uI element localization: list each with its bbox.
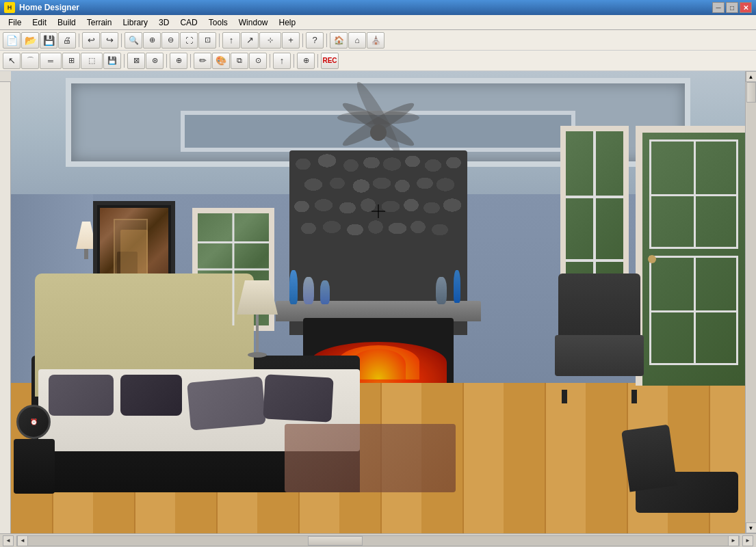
print-button[interactable]: 🖨 (58, 32, 76, 49)
lamp-shade (237, 280, 278, 315)
chair-seat (555, 335, 644, 376)
tool3-icon: ⊙ (255, 56, 261, 65)
fireplace-surround (289, 150, 467, 383)
zoom-button[interactable]: 🔍 (125, 32, 142, 49)
texture-icon: ⧉ (237, 56, 242, 65)
menu-build[interactable]: Build (52, 16, 81, 29)
move-up-button[interactable]: ↑ (273, 53, 291, 69)
redo-button[interactable]: ↪ (101, 32, 118, 49)
delete-button[interactable]: ⊠ (127, 53, 145, 69)
paint-button[interactable]: 🎨 (212, 53, 230, 69)
pencil-button[interactable]: ✏ (194, 53, 211, 69)
arrow-button[interactable]: ↑ (222, 32, 240, 49)
nightstand-left (14, 439, 55, 494)
scroll-thumb-horizontal[interactable] (308, 536, 363, 546)
floor-rug (285, 424, 456, 492)
fit2-button[interactable]: ⊡ (198, 32, 216, 49)
save2-button[interactable]: 💾 (103, 53, 121, 69)
pillow1 (49, 375, 114, 416)
scroll-left-corner[interactable]: ◄ (3, 535, 14, 546)
help-button[interactable]: ? (306, 32, 324, 49)
separator7 (166, 54, 167, 68)
scroll-up-arrow[interactable]: ▲ (746, 71, 757, 82)
toolbar2: ↖ ⌒ ═ ⊞ ⬚ 💾 ⊠ ⊛ ⊕ ✏ 🎨 ⧉ ⊙ ↑ ⊕ (0, 51, 756, 71)
fit-button[interactable]: ⛶ (180, 32, 198, 49)
curve-icon: ⌒ (27, 55, 34, 66)
menu-file[interactable]: File (3, 16, 27, 29)
vase4 (454, 270, 460, 303)
menu-terrain[interactable]: Terrain (81, 16, 118, 29)
scroll-right-corner[interactable]: ► (742, 535, 753, 546)
tool2-button[interactable]: ↗ (241, 32, 259, 49)
add-button[interactable]: + (282, 32, 300, 49)
app-title: Home Designer (19, 3, 712, 12)
scroll-right-arrow[interactable]: ► (728, 535, 739, 546)
separator4 (302, 34, 303, 47)
separator9 (270, 54, 270, 68)
building-button[interactable]: ⛪ (367, 32, 384, 49)
undo-button[interactable]: ↩ (82, 32, 100, 49)
maximize-button[interactable]: □ (726, 2, 738, 13)
object-button[interactable]: ⬚ (81, 53, 103, 69)
open-icon: 📂 (25, 36, 36, 45)
menu-cad[interactable]: CAD (174, 16, 203, 29)
zoom-in-button[interactable]: ⊕ (143, 32, 161, 49)
zoom-out-button[interactable]: ⊖ (161, 32, 179, 49)
menu-window[interactable]: Window (233, 16, 274, 29)
measure-icon: ⊹ (268, 36, 273, 44)
menu-library[interactable]: Library (117, 16, 153, 29)
separator10 (294, 54, 294, 68)
rec-button[interactable]: REC (321, 53, 339, 69)
house2-button[interactable]: ⌂ (348, 32, 366, 49)
minimize-button[interactable]: ─ (712, 2, 725, 13)
separator6 (124, 54, 125, 68)
menu-tools[interactable]: Tools (203, 16, 233, 29)
arrow-right-icon: ↗ (246, 35, 254, 45)
print-icon: 🖨 (63, 36, 71, 45)
separator2 (121, 34, 122, 47)
new-button[interactable]: 📄 (3, 32, 21, 49)
scroll-left-arrow[interactable]: ◄ (17, 535, 28, 546)
open-button[interactable]: 📂 (21, 32, 39, 49)
close-button[interactable]: ✕ (740, 2, 752, 13)
viewport[interactable]: ⏰ (11, 71, 745, 533)
pillow2 (120, 375, 182, 416)
select-arrow-button[interactable]: ↖ (3, 53, 21, 69)
grid-button[interactable]: ⊛ (146, 53, 164, 69)
select-arrow-icon: ↖ (8, 55, 16, 66)
save2-icon: 💾 (107, 56, 117, 65)
rotate-button[interactable]: ⊕ (297, 53, 315, 69)
menu-help[interactable]: Help (273, 16, 301, 29)
redo-icon: ↪ (106, 35, 114, 45)
zoom-out-icon: ⊖ (168, 36, 174, 44)
menu-bar: File Edit Build Terrain Library 3D CAD T… (0, 15, 756, 30)
new-icon: 📄 (6, 36, 18, 45)
vase1 (289, 270, 298, 304)
status-bar: ◄ ◄ ► ► (0, 533, 756, 547)
wall-icon: ═ (48, 57, 53, 65)
menu-edit[interactable]: Edit (27, 16, 52, 29)
place-button[interactable]: ⊕ (170, 53, 187, 69)
title-bar: H Home Designer ─ □ ✕ (0, 0, 756, 15)
menu-3d[interactable]: 3D (153, 16, 174, 29)
tool3-button[interactable]: ⊙ (249, 53, 267, 69)
scroll-track-vertical[interactable] (746, 82, 756, 522)
bottom-scrollbar[interactable]: ◄ ► (16, 535, 740, 546)
place-icon: ⊕ (176, 56, 182, 65)
room-tool-button[interactable]: ⊞ (62, 53, 80, 69)
wall-tool-button[interactable]: ═ (40, 53, 62, 69)
house-view-button[interactable]: 🏠 (330, 32, 348, 49)
texture-button[interactable]: ⧉ (231, 53, 248, 69)
floor-lamp (237, 280, 278, 362)
draw-curve-button[interactable]: ⌒ (21, 53, 39, 69)
pencil-icon: ✏ (199, 55, 207, 66)
measure-button[interactable]: ⊹ (259, 32, 281, 49)
house-icon: 🏠 (334, 36, 344, 45)
save-icon: 💾 (43, 36, 55, 45)
save-button[interactable]: 💾 (40, 32, 57, 49)
scroll-thumb-vertical[interactable] (746, 82, 756, 103)
add-icon: + (288, 35, 294, 45)
separator3 (219, 34, 220, 47)
scroll-down-arrow[interactable]: ▼ (746, 522, 757, 533)
lamp-post (256, 315, 259, 352)
